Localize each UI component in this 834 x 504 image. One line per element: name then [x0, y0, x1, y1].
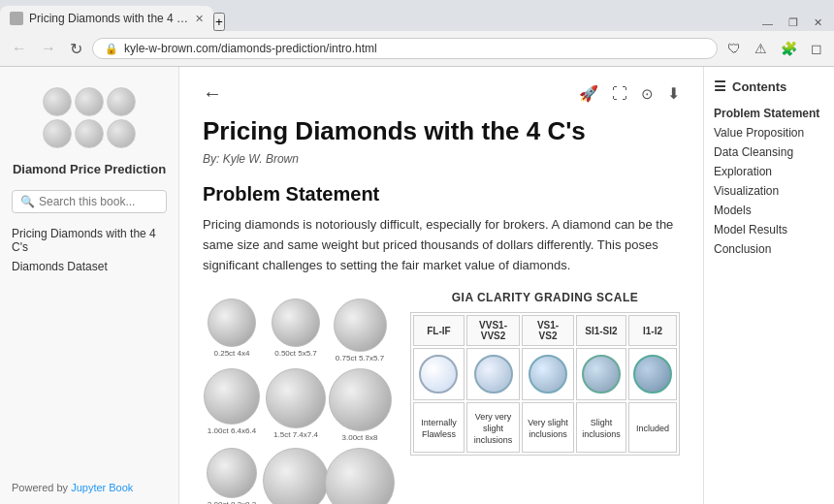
active-tab[interactable]: Pricing Diamonds with the 4 C's ✕ [0, 6, 213, 31]
sidebar-search[interactable]: 🔍 [12, 190, 167, 213]
gia-diamond-4 [633, 355, 672, 394]
close-tab-button[interactable]: ✕ [195, 13, 204, 25]
puzzle-icon[interactable]: 🧩 [777, 39, 801, 58]
github-icon[interactable]: ⊙ [641, 85, 654, 103]
lock-icon: 🔒 [105, 43, 118, 55]
gia-diamond-3 [582, 355, 621, 394]
gia-label-4: Included [633, 424, 672, 435]
toc-item-0[interactable]: Problem Statement [714, 104, 824, 123]
diamond-3 [107, 87, 136, 116]
toc-item-6[interactable]: Model Results [714, 220, 824, 239]
gia-title: GIA CLARITY GRADING SCALE [410, 291, 680, 304]
diamond-label: 3.00ct 8.3x8.3 [208, 500, 256, 504]
sidebar-logo: Diamond Price Prediction [12, 79, 167, 178]
sidebar-powered-by: Powered by Jupyter Book [12, 466, 167, 493]
diamond-image [266, 368, 326, 428]
gia-section: GIA CLARITY GRADING SCALE FL-IF VVS1-VVS… [410, 291, 680, 504]
diamond-image [208, 299, 256, 347]
diamond-6 [107, 119, 136, 148]
browser-actions: 🛡 ⚠ 🧩 ◻ [723, 39, 826, 58]
toc-item-4[interactable]: Visualization [714, 181, 824, 201]
page-body: Diamond Price Prediction 🔍 Pricing Diamo… [0, 67, 834, 504]
main-content: ← 🚀 ⛶ ⊙ ⬇ Pricing Diamonds with the 4 C'… [179, 67, 703, 504]
diamond-label: 1.5ct 7.4x7.4 [273, 430, 318, 439]
diamond-image [204, 368, 260, 425]
diamond-5 [75, 119, 104, 148]
list-item: 6.00ct 11x11 [331, 448, 389, 504]
diamond-image [325, 448, 395, 504]
list-item: 0.25ct 4x4 [203, 299, 261, 362]
url-bar[interactable]: 🔒 kyle-w-brown.com/diamonds-prediction/i… [92, 38, 718, 59]
toc-item-3[interactable]: Exploration [714, 162, 824, 181]
diamond-image [329, 368, 392, 431]
section-title: Problem Statement [203, 183, 680, 205]
back-nav-button[interactable]: ← [8, 38, 31, 59]
body-text: Pricing diamonds is notoriously difficul… [203, 215, 680, 275]
diamond-1 [43, 87, 72, 116]
toc-title: Contents [732, 79, 786, 94]
toc-header: ☰ Contents [714, 79, 824, 94]
warning-icon[interactable]: ⚠ [751, 39, 771, 58]
sidebar: Diamond Price Prediction 🔍 Pricing Diamo… [0, 67, 179, 504]
diamond-image [207, 448, 257, 498]
new-tab-button[interactable]: + [213, 13, 225, 31]
tab-bar: Pricing Diamonds with the 4 C's ✕ + — ❐ … [0, 0, 834, 31]
refresh-button[interactable]: ↻ [66, 38, 86, 60]
toc-item-7[interactable]: Conclusion [714, 239, 824, 259]
jupyter-book-link[interactable]: Jupyter Book [71, 482, 133, 493]
diamond-image [272, 299, 320, 347]
diamond-size-grid: 0.25ct 4x4 0.50ct 5x5.7 0.75ct 5.7x5.7 1… [203, 299, 389, 504]
diamond-image [263, 448, 329, 504]
browser-chrome: Pricing Diamonds with the 4 C's ✕ + — ❐ … [0, 0, 834, 67]
address-bar: ← → ↻ 🔒 kyle-w-brown.com/diamonds-predic… [0, 31, 834, 66]
gia-diamond-2 [529, 355, 567, 394]
close-window-button[interactable]: ✕ [808, 15, 828, 31]
diamond-label: 0.75ct 5.7x5.7 [336, 354, 384, 362]
sidebar-title: Diamond Price Prediction [13, 162, 166, 178]
toc-icon: ☰ [714, 79, 726, 94]
gia-col-1: VVS1-VVS2 [466, 315, 520, 346]
fullscreen-icon[interactable]: ⛶ [612, 85, 627, 103]
restore-button[interactable]: ❐ [783, 15, 804, 31]
sidebar-nav: Pricing Diamonds with the 4 C's Diamonds… [12, 225, 167, 275]
gia-col-3: SI1-SI2 [576, 315, 626, 346]
toc-item-5[interactable]: Models [714, 201, 824, 220]
gia-diamond-1 [474, 355, 513, 394]
diamond-label: 0.25ct 4x4 [214, 349, 250, 358]
sidebar-diamond-image [31, 79, 147, 156]
sidebar-link-dataset[interactable]: Diamonds Dataset [12, 258, 167, 275]
list-item: 1.5ct 7.4x7.4 [267, 368, 325, 442]
gia-label-2: Very slight inclusions [527, 418, 569, 440]
page-title: Pricing Diamonds with the 4 C's [203, 116, 680, 146]
rocket-icon[interactable]: 🚀 [579, 84, 598, 103]
forward-nav-button[interactable]: → [37, 38, 60, 59]
content-icons: 🚀 ⛶ ⊙ ⬇ [579, 84, 680, 103]
url-text: kyle-w-brown.com/diamonds-prediction/int… [124, 42, 705, 55]
list-item: 1.00ct 6.4x6.4 [203, 368, 261, 442]
diamond-label: 3.00ct 8x8 [342, 433, 378, 442]
shield-icon[interactable]: 🛡 [723, 39, 745, 58]
profile-icon[interactable]: ◻ [807, 39, 826, 58]
tab-title: Pricing Diamonds with the 4 C's [29, 12, 189, 25]
gia-label-row: Internally Flawless Very very slight inc… [413, 402, 677, 453]
gia-col-0: FL-IF [413, 315, 465, 346]
diamond-label: 0.50ct 5x5.7 [274, 349, 317, 358]
sidebar-link-pricing[interactable]: Pricing Diamonds with the 4 C's [12, 225, 167, 256]
gia-col-2: VS1-VS2 [522, 315, 574, 346]
toc-item-2[interactable]: Data Cleansing [714, 142, 824, 162]
diamond-2 [75, 87, 104, 116]
back-button[interactable]: ← [203, 82, 222, 105]
diamond-4 [43, 119, 72, 148]
window-controls: — ❐ ✕ [756, 15, 834, 31]
gia-diamond-row [413, 348, 677, 400]
toc-item-1[interactable]: Value Proposition [714, 123, 824, 142]
gia-label-0: Internally Flawless [418, 418, 460, 440]
gia-col-4: I1-I2 [628, 315, 677, 346]
list-item: 4.00ct 10.2x10.2 [267, 448, 325, 504]
toc-panel: ☰ Contents Problem Statement Value Propo… [703, 67, 834, 504]
minimize-button[interactable]: — [756, 16, 779, 31]
download-icon[interactable]: ⬇ [667, 84, 680, 103]
powered-by-text: Powered by [12, 482, 71, 493]
search-input[interactable] [39, 195, 158, 208]
gia-label-3: Slight inclusions [581, 418, 622, 440]
